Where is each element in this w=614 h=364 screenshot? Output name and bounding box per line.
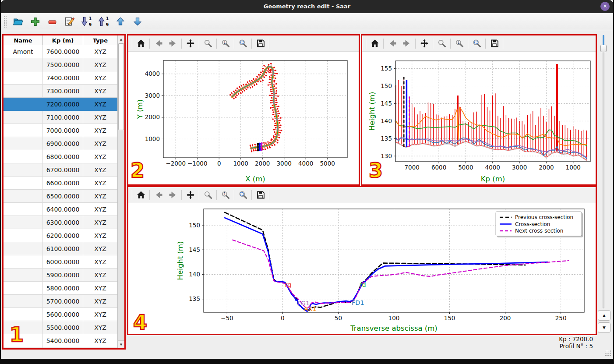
toolbar-separator xyxy=(132,190,132,200)
plan-plot-canvas[interactable]: −2000−1000010002000300040005000100020003… xyxy=(128,52,359,185)
table-cell: XYZ xyxy=(83,203,117,216)
table-cell xyxy=(4,98,43,111)
table-cell: XYZ xyxy=(83,295,117,308)
table-row[interactable]: 7400.0000XYZ xyxy=(4,71,117,85)
save-button[interactable] xyxy=(253,189,268,201)
table-row[interactable]: 7300.0000XYZ xyxy=(4,85,117,98)
pan-button[interactable] xyxy=(183,37,198,49)
zoom-fit-button[interactable] xyxy=(236,37,250,49)
zoom-button[interactable] xyxy=(201,189,215,201)
table-cell: XYZ xyxy=(83,347,117,348)
zoom-fit-button[interactable] xyxy=(469,37,484,49)
table-row[interactable]: 7100.0000XYZ xyxy=(4,111,117,124)
back-button[interactable] xyxy=(151,37,166,49)
scroll-up-button[interactable]: ▲ xyxy=(118,35,124,43)
move-down-button[interactable] xyxy=(130,14,145,28)
save-button[interactable] xyxy=(487,37,501,49)
table-cell: 7300.0000 xyxy=(43,85,83,98)
table-cell xyxy=(4,111,43,124)
table-row[interactable]: 7200.0000XYZ xyxy=(4,98,117,111)
zoom-button[interactable] xyxy=(201,37,215,49)
column-header-type[interactable]: Type xyxy=(83,35,117,45)
table-row[interactable]: 7000.0000XYZ xyxy=(4,124,117,137)
table-row[interactable]: 6800.0000XYZ xyxy=(4,150,117,163)
table-row[interactable]: 5900.0000XYZ xyxy=(4,269,117,282)
forward-button[interactable] xyxy=(166,37,180,49)
svg-text:150: 150 xyxy=(444,315,455,322)
table-row[interactable]: Amont7600.0000XYZ xyxy=(4,45,117,58)
resize-grip[interactable] xyxy=(605,350,611,357)
zoom-one-button[interactable]: 1 xyxy=(218,37,233,49)
svg-text:145: 145 xyxy=(381,100,392,107)
longitudinal-plot-canvas[interactable]: 7000600050004000300020001000130135140145… xyxy=(362,52,596,185)
table-cell xyxy=(4,216,43,229)
save-button[interactable] xyxy=(253,37,268,49)
toolbar-drag-handle[interactable] xyxy=(4,15,7,28)
table-row[interactable]: 6500.0000XYZ xyxy=(4,190,117,203)
pan-button[interactable] xyxy=(417,37,431,49)
table-row[interactable]: 5800.0000XYZ xyxy=(4,282,117,295)
table-row[interactable]: 5600.0000XYZ xyxy=(4,308,117,321)
column-header-kp[interactable]: Kp (m) xyxy=(43,35,83,45)
home-button[interactable] xyxy=(367,37,382,49)
scroll-down-button[interactable]: ▼ xyxy=(118,340,124,348)
scrollbar-thumb[interactable] xyxy=(118,43,124,130)
svg-text:2000: 2000 xyxy=(255,160,270,167)
sort-ascending-button[interactable]: 1 9 xyxy=(96,14,111,28)
svg-text:Previous cross-section: Previous cross-section xyxy=(515,214,573,220)
column-header-name[interactable]: Name xyxy=(4,35,43,45)
back-button[interactable] xyxy=(385,37,399,49)
back-button[interactable] xyxy=(151,189,166,201)
forward-button[interactable] xyxy=(399,37,414,49)
table-row[interactable]: 5300.0000XYZ xyxy=(4,347,117,348)
close-button[interactable]: ✕ xyxy=(600,2,610,11)
home-button[interactable] xyxy=(134,37,148,49)
table-row[interactable]: 6200.0000XYZ xyxy=(4,229,117,242)
home-icon xyxy=(136,39,146,48)
table-cell: XYZ xyxy=(83,137,117,150)
toolbar-separator xyxy=(132,39,132,49)
profile-down-button[interactable]: ▼ xyxy=(598,322,610,333)
move-up-button[interactable] xyxy=(113,14,128,28)
zoom-one-button[interactable]: 1 xyxy=(452,37,466,49)
slider-track xyxy=(603,35,604,308)
table-row[interactable]: 6900.0000XYZ xyxy=(4,137,117,150)
svg-text:Height (m): Height (m) xyxy=(368,92,376,131)
slider-handle[interactable] xyxy=(600,45,607,52)
table-row[interactable]: 7500.0000XYZ xyxy=(4,58,117,71)
delete-button[interactable] xyxy=(45,14,60,28)
zoom-one-button[interactable]: 1 xyxy=(218,189,233,201)
svg-text:1000: 1000 xyxy=(145,135,160,142)
table-cell: XYZ xyxy=(83,321,117,334)
open-button[interactable] xyxy=(11,14,25,28)
table-cell: XYZ xyxy=(83,242,117,255)
pan-icon xyxy=(186,39,195,48)
svg-text:1: 1 xyxy=(457,41,459,45)
add-button[interactable] xyxy=(28,14,42,28)
profiles-table-body: Amont7600.0000XYZ7500.0000XYZ7400.0000XY… xyxy=(4,45,117,348)
zoom-fit-button[interactable] xyxy=(236,189,250,201)
table-row[interactable]: 6600.0000XYZ xyxy=(4,177,117,190)
profile-up-button[interactable]: ▲ xyxy=(598,310,610,321)
cross-section-plot-canvas[interactable]: −50050100150200250135140145150rgFG1AX1FD… xyxy=(128,203,596,334)
title-bar: Geometry reach edit - Saar ✕ xyxy=(1,0,613,13)
zoom-button[interactable] xyxy=(434,37,449,49)
profile-slider[interactable] xyxy=(600,35,607,308)
table-row[interactable]: 6000.0000XYZ xyxy=(4,255,117,269)
forward-button[interactable] xyxy=(166,189,180,201)
svg-text:Transverse abscissa (m): Transverse abscissa (m) xyxy=(350,324,438,332)
table-cell xyxy=(4,58,43,71)
edit-button[interactable] xyxy=(62,14,77,28)
table-row[interactable]: 6100.0000XYZ xyxy=(4,242,117,255)
table-row[interactable]: 6700.0000XYZ xyxy=(4,163,117,177)
svg-text:4000: 4000 xyxy=(485,164,500,171)
svg-text:Height (m): Height (m) xyxy=(176,241,184,280)
svg-text:250: 250 xyxy=(555,315,567,322)
sort-descending-button[interactable]: 1 9 xyxy=(79,14,94,28)
table-row[interactable]: 6300.0000XYZ xyxy=(4,216,117,229)
pan-button[interactable] xyxy=(183,189,198,201)
table-row[interactable]: 5700.0000XYZ xyxy=(4,295,117,308)
table-cell: XYZ xyxy=(83,190,117,203)
home-button[interactable] xyxy=(134,189,148,201)
table-row[interactable]: 6400.0000XYZ xyxy=(4,203,117,216)
